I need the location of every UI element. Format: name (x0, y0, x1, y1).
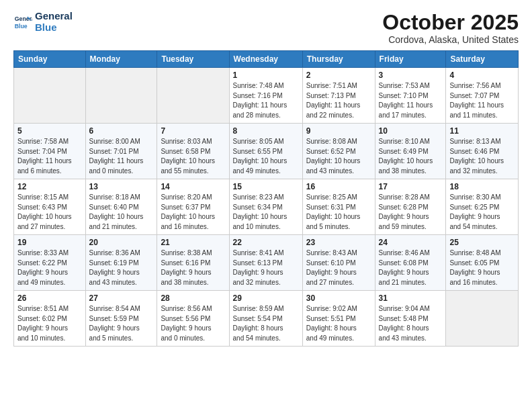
logo-text: General Blue (35, 11, 73, 33)
logo-line2: Blue (35, 22, 73, 34)
day-number: 14 (161, 182, 225, 191)
day-info: Sunrise: 8:05 AMSunset: 6:55 PMDaylight:… (233, 137, 299, 176)
calendar-week-5: 26Sunrise: 8:51 AMSunset: 6:02 PMDayligh… (14, 291, 519, 347)
day-info: Sunrise: 9:04 AMSunset: 5:48 PMDaylight:… (379, 304, 443, 343)
calendar-week-2: 5Sunrise: 7:58 AMSunset: 7:04 PMDaylight… (14, 124, 519, 179)
calendar-cell (85, 68, 157, 124)
day-info: Sunrise: 8:20 AMSunset: 6:37 PMDaylight:… (161, 193, 225, 232)
sub-title: Cordova, Alaska, United States (382, 34, 519, 45)
day-info: Sunrise: 7:51 AMSunset: 7:13 PMDaylight:… (306, 81, 371, 120)
calendar-cell: 3Sunrise: 7:53 AMSunset: 7:10 PMDaylight… (375, 68, 446, 124)
calendar-cell: 28Sunrise: 8:56 AMSunset: 5:56 PMDayligh… (157, 291, 229, 347)
day-info: Sunrise: 8:51 AMSunset: 6:02 PMDaylight:… (17, 304, 82, 343)
day-number: 20 (89, 238, 154, 247)
day-info: Sunrise: 8:08 AMSunset: 6:52 PMDaylight:… (306, 137, 371, 176)
day-info: Sunrise: 8:18 AMSunset: 6:40 PMDaylight:… (89, 193, 154, 232)
day-info: Sunrise: 8:41 AMSunset: 6:13 PMDaylight:… (233, 248, 299, 287)
day-info: Sunrise: 8:56 AMSunset: 5:56 PMDaylight:… (161, 304, 225, 343)
day-info: Sunrise: 8:36 AMSunset: 6:19 PMDaylight:… (89, 248, 154, 287)
day-number: 5 (17, 126, 82, 136)
day-number: 3 (379, 71, 443, 80)
day-info: Sunrise: 8:03 AMSunset: 6:58 PMDaylight:… (161, 137, 225, 176)
calendar-cell: 19Sunrise: 8:33 AMSunset: 6:22 PMDayligh… (14, 235, 86, 291)
day-number: 16 (306, 182, 371, 191)
day-number: 9 (306, 126, 371, 136)
day-number: 11 (449, 126, 515, 136)
day-info: Sunrise: 8:30 AMSunset: 6:25 PMDaylight:… (449, 193, 515, 232)
day-info: Sunrise: 8:25 AMSunset: 6:31 PMDaylight:… (306, 193, 371, 232)
day-number: 8 (233, 126, 299, 136)
calendar-cell: 9Sunrise: 8:08 AMSunset: 6:52 PMDaylight… (302, 124, 375, 179)
calendar-cell: 16Sunrise: 8:25 AMSunset: 6:31 PMDayligh… (302, 179, 375, 235)
calendar-cell: 5Sunrise: 7:58 AMSunset: 7:04 PMDaylight… (14, 124, 86, 179)
day-number: 24 (379, 238, 443, 247)
calendar-cell (14, 68, 86, 124)
day-info: Sunrise: 8:00 AMSunset: 7:01 PMDaylight:… (89, 137, 154, 176)
calendar: SundayMondayTuesdayWednesdayThursdayFrid… (13, 50, 519, 347)
dow-header-friday: Friday (375, 51, 446, 68)
dow-header-tuesday: Tuesday (157, 51, 229, 68)
day-info: Sunrise: 8:13 AMSunset: 6:46 PMDaylight:… (449, 137, 515, 176)
calendar-body: 1Sunrise: 7:48 AMSunset: 7:16 PMDaylight… (14, 68, 519, 347)
calendar-cell (157, 68, 229, 124)
day-number: 30 (306, 293, 371, 303)
calendar-cell: 7Sunrise: 8:03 AMSunset: 6:58 PMDaylight… (157, 124, 229, 179)
calendar-cell: 29Sunrise: 8:59 AMSunset: 5:54 PMDayligh… (229, 291, 302, 347)
dow-header-thursday: Thursday (302, 51, 375, 68)
day-of-week-row: SundayMondayTuesdayWednesdayThursdayFrid… (14, 51, 519, 68)
day-info: Sunrise: 8:48 AMSunset: 6:05 PMDaylight:… (449, 248, 515, 287)
calendar-cell: 4Sunrise: 7:56 AMSunset: 7:07 PMDaylight… (446, 68, 519, 124)
day-info: Sunrise: 8:59 AMSunset: 5:54 PMDaylight:… (233, 304, 299, 343)
day-number: 17 (379, 182, 443, 191)
calendar-week-3: 12Sunrise: 8:15 AMSunset: 6:43 PMDayligh… (14, 179, 519, 235)
logo: General Blue General Blue (13, 11, 73, 33)
calendar-cell (446, 291, 519, 347)
day-number: 21 (161, 238, 225, 247)
calendar-cell: 17Sunrise: 8:28 AMSunset: 6:28 PMDayligh… (375, 179, 446, 235)
day-info: Sunrise: 7:53 AMSunset: 7:10 PMDaylight:… (379, 81, 443, 120)
day-number: 28 (161, 293, 225, 303)
day-number: 10 (379, 126, 443, 136)
calendar-cell: 27Sunrise: 8:54 AMSunset: 5:59 PMDayligh… (85, 291, 157, 347)
dow-header-sunday: Sunday (14, 51, 86, 68)
dow-header-saturday: Saturday (446, 51, 519, 68)
calendar-cell: 21Sunrise: 8:38 AMSunset: 6:16 PMDayligh… (157, 235, 229, 291)
day-info: Sunrise: 7:56 AMSunset: 7:07 PMDaylight:… (449, 81, 515, 120)
day-number: 23 (306, 238, 371, 247)
day-info: Sunrise: 9:02 AMSunset: 5:51 PMDaylight:… (306, 304, 371, 343)
calendar-cell: 10Sunrise: 8:10 AMSunset: 6:49 PMDayligh… (375, 124, 446, 179)
day-number: 18 (449, 182, 515, 191)
day-info: Sunrise: 8:54 AMSunset: 5:59 PMDaylight:… (89, 304, 154, 343)
dow-header-wednesday: Wednesday (229, 51, 302, 68)
calendar-cell: 13Sunrise: 8:18 AMSunset: 6:40 PMDayligh… (85, 179, 157, 235)
day-info: Sunrise: 8:46 AMSunset: 6:08 PMDaylight:… (379, 248, 443, 287)
calendar-cell: 24Sunrise: 8:46 AMSunset: 6:08 PMDayligh… (375, 235, 446, 291)
day-info: Sunrise: 7:58 AMSunset: 7:04 PMDaylight:… (17, 137, 82, 176)
day-number: 2 (306, 71, 371, 80)
day-info: Sunrise: 8:38 AMSunset: 6:16 PMDaylight:… (161, 248, 225, 287)
day-info: Sunrise: 8:10 AMSunset: 6:49 PMDaylight:… (379, 137, 443, 176)
header: General Blue General Blue October 2025 C… (13, 11, 519, 45)
calendar-cell: 20Sunrise: 8:36 AMSunset: 6:19 PMDayligh… (85, 235, 157, 291)
calendar-cell: 11Sunrise: 8:13 AMSunset: 6:46 PMDayligh… (446, 124, 519, 179)
title-block: October 2025 Cordova, Alaska, United Sta… (382, 11, 519, 45)
day-info: Sunrise: 8:15 AMSunset: 6:43 PMDaylight:… (17, 193, 82, 232)
day-number: 26 (17, 293, 82, 303)
day-info: Sunrise: 8:43 AMSunset: 6:10 PMDaylight:… (306, 248, 371, 287)
day-info: Sunrise: 8:33 AMSunset: 6:22 PMDaylight:… (17, 248, 82, 287)
calendar-cell: 15Sunrise: 8:23 AMSunset: 6:34 PMDayligh… (229, 179, 302, 235)
calendar-cell: 31Sunrise: 9:04 AMSunset: 5:48 PMDayligh… (375, 291, 446, 347)
svg-text:Blue: Blue (15, 22, 28, 29)
day-info: Sunrise: 8:23 AMSunset: 6:34 PMDaylight:… (233, 193, 299, 232)
calendar-cell: 12Sunrise: 8:15 AMSunset: 6:43 PMDayligh… (14, 179, 86, 235)
day-number: 29 (233, 293, 299, 303)
dow-header-monday: Monday (85, 51, 157, 68)
day-number: 12 (17, 182, 82, 191)
logo-icon: General Blue (13, 13, 32, 32)
day-number: 31 (379, 293, 443, 303)
calendar-cell: 1Sunrise: 7:48 AMSunset: 7:16 PMDaylight… (229, 68, 302, 124)
day-number: 13 (89, 182, 154, 191)
day-number: 25 (449, 238, 515, 247)
day-number: 4 (449, 71, 515, 80)
day-number: 15 (233, 182, 299, 191)
